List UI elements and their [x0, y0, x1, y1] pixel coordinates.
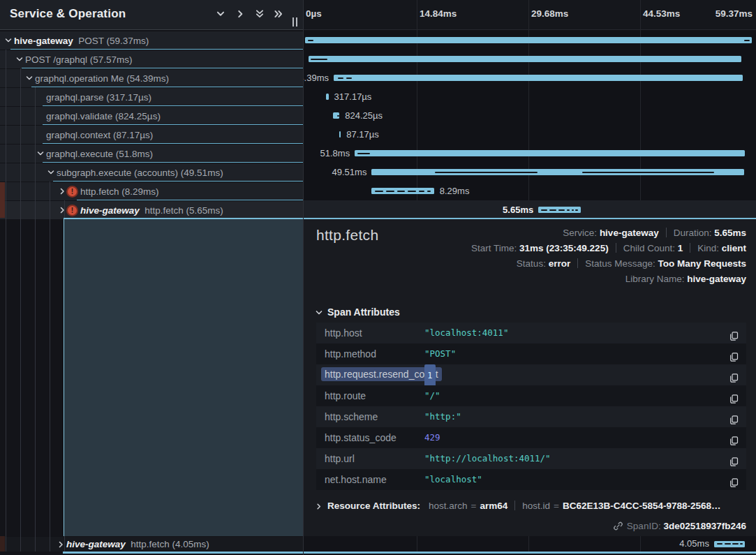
chevron-down-icon[interactable]: [216, 9, 227, 20]
tree-row[interactable]: POST /graphql (57.57ms): [0, 50, 304, 68]
attribute-value[interactable]: "http://localhost:4011/": [424, 448, 551, 469]
attribute-value[interactable]: "http:": [424, 406, 461, 427]
chevron-down-icon[interactable]: [15, 55, 24, 64]
attribute-row[interactable]: http.host"localhost:4011": [316, 323, 746, 343]
span-duration-label: 87.17µs: [346, 125, 379, 144]
chevron-right-icon[interactable]: [58, 206, 66, 214]
attribute-row[interactable]: http.scheme"http:": [316, 406, 746, 427]
service-operation-panel: Service & Operation hive-gateway POST (5…: [0, 0, 304, 555]
tree-row[interactable]: graphql.context (87.17µs): [0, 125, 304, 144]
service-name: hive-gateway: [14, 36, 73, 46]
selected-row-underline: [304, 218, 756, 220]
span-self-time-dash: [582, 172, 715, 173]
span-self-time-dash: [744, 40, 750, 41]
chevron-down-icon[interactable]: [4, 36, 13, 45]
attribute-row[interactable]: http.request.resend_count1: [316, 364, 746, 385]
tree-row[interactable]: graphql.parse (317.17µs): [0, 87, 304, 106]
timeline-row: 57.57ms: [304, 50, 756, 68]
link-icon[interactable]: [613, 521, 623, 531]
copy-icon[interactable]: [729, 390, 740, 401]
attribute-value[interactable]: 429: [424, 427, 440, 448]
attribute-value[interactable]: "/": [424, 385, 440, 406]
error-icon: !: [66, 205, 78, 216]
attribute-row[interactable]: http.route"/": [316, 385, 746, 406]
attribute-row[interactable]: net.host.name"localhost": [316, 469, 746, 490]
tree-row[interactable]: hive-gateway POST (59.37ms): [0, 31, 304, 50]
resource-attributes-row[interactable]: Resource Attributes:host.arch=arm64host.…: [315, 498, 746, 515]
span-bar[interactable]: [309, 56, 742, 62]
selected-span-expanded-area: [64, 219, 304, 536]
span-attributes-header[interactable]: Span Attributes: [315, 306, 400, 318]
span-duration-label: 824.25µs: [345, 106, 383, 125]
attribute-row[interactable]: http.status_code429: [316, 427, 746, 448]
attribute-value[interactable]: "localhost": [424, 469, 482, 490]
timeline-row: 5.65ms: [304, 200, 756, 219]
copy-icon[interactable]: [729, 327, 740, 339]
tree-row[interactable]: graphql.validate (824.25µs): [0, 106, 304, 125]
tree-row[interactable]: hive-gateway http.fetch (4.05ms): [0, 536, 304, 552]
meta-separator: [616, 243, 616, 253]
attribute-value[interactable]: "localhost:4011": [424, 323, 508, 343]
meta-label: Start Time:: [471, 243, 519, 253]
attribute-value[interactable]: "POST": [424, 343, 456, 364]
chevron-right-icon[interactable]: [58, 187, 66, 195]
span-self-time-dash: [386, 191, 394, 192]
copy-icon[interactable]: [729, 432, 740, 443]
span-label: hive-gateway http.fetch (4.05ms): [66, 537, 209, 552]
attribute-key[interactable]: http.method: [325, 343, 376, 364]
attribute-key[interactable]: http.request.resend_count: [321, 367, 442, 381]
span-meta: Service: hive-gatewayDuration: 5.65msSta…: [471, 225, 746, 287]
timeline-tick: 59.37ms: [716, 8, 753, 19]
resource-equals: =: [471, 501, 477, 511]
copy-icon[interactable]: [729, 474, 740, 485]
timeline-row: 54.39ms: [304, 68, 756, 87]
copy-icon[interactable]: [729, 453, 740, 464]
tree-row[interactable]: subgraph.execute (accounts) (49.51ms): [0, 163, 304, 182]
span-duration-label: 317.17µs: [334, 87, 372, 106]
span-bar[interactable]: [326, 94, 328, 100]
panel-title: Service & Operation: [10, 7, 126, 21]
attribute-key[interactable]: http.scheme: [325, 406, 378, 427]
resource-separator: [514, 501, 515, 510]
meta-value: 1: [678, 243, 683, 253]
double-chevron-right-icon[interactable]: [274, 9, 285, 20]
attribute-key[interactable]: net.host.name: [325, 469, 387, 490]
span-duration-label: 51.8ms: [320, 144, 350, 163]
copy-icon[interactable]: [729, 411, 740, 422]
span-duration-label: 49.51ms: [332, 163, 367, 182]
attribute-key[interactable]: http.host: [325, 323, 362, 343]
span-meta-line: Start Time: 31ms (23:35:49.225)Child Cou…: [471, 241, 746, 256]
tree-row[interactable]: !hive-gateway http.fetch (5.65ms): [0, 200, 304, 219]
chevron-right-icon[interactable]: [235, 9, 246, 20]
span-bar[interactable]: [339, 131, 341, 138]
span-duration-label: 8.29ms: [440, 182, 470, 200]
span-bar[interactable]: [355, 150, 744, 156]
meta-value: client: [722, 243, 746, 253]
attribute-row[interactable]: http.method"POST": [316, 343, 746, 364]
chevron-down-icon[interactable]: [36, 149, 45, 158]
tree-row[interactable]: !http.fetch (8.29ms): [0, 182, 304, 200]
span-bar[interactable]: [305, 37, 752, 43]
timeline-panel: 0µs14.84ms29.68ms44.53ms59.37ms 57.57ms5…: [304, 0, 756, 555]
attribute-key[interactable]: http.route: [325, 385, 366, 406]
tree-row[interactable]: graphql.execute (51.8ms): [0, 144, 304, 163]
attribute-row[interactable]: http.url"http://localhost:4011/": [316, 448, 746, 469]
span-duration-label: 54.39ms: [304, 68, 329, 87]
timeline-tick: 14.84ms: [420, 8, 457, 19]
span-self-time-dash: [725, 543, 731, 545]
copy-icon[interactable]: [729, 348, 740, 360]
span-label: POST /graphql (57.57ms): [25, 50, 133, 69]
copy-icon[interactable]: [729, 369, 740, 380]
attribute-key[interactable]: http.status_code: [325, 427, 396, 448]
panel-resize-handle[interactable]: [292, 17, 301, 27]
span-self-time-dash: [375, 191, 383, 192]
tree-row[interactable]: graphql.operation Me (54.39ms): [0, 68, 304, 87]
timeline-tick: 44.53ms: [643, 8, 680, 19]
chevron-down-icon[interactable]: [25, 74, 34, 82]
double-chevron-down-icon[interactable]: [255, 9, 266, 20]
attribute-value[interactable]: 1: [424, 364, 436, 387]
span-bar[interactable]: [334, 75, 743, 81]
attribute-key[interactable]: http.url: [325, 448, 355, 469]
resource-key: host.arch: [429, 501, 468, 511]
chevron-down-icon[interactable]: [47, 168, 55, 177]
